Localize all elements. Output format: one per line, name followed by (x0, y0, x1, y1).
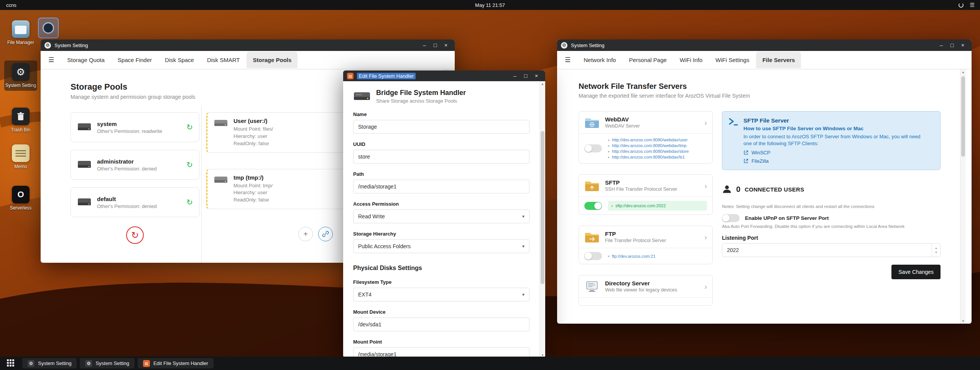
window-scrollbar[interactable]: ▲ ▼ (960, 69, 966, 324)
minimize-button[interactable]: – (510, 72, 520, 80)
sftp-link[interactable]: sftp://dev.arozos.com:2022 (615, 203, 666, 208)
window-titlebar[interactable]: ⚙ System Setting – □ × (41, 39, 455, 51)
memo-icon (12, 144, 30, 162)
spin-down-icon[interactable]: ▾ (935, 250, 937, 254)
sftp-info-subtitle: How to use SFTP File Server on Windows o… (743, 126, 927, 131)
webdav-card-header[interactable]: WebDAV WebDAV Server › (579, 111, 712, 133)
name-field[interactable] (353, 120, 529, 134)
ftp-card-header[interactable]: FTP File Transfer Protocol Server › (579, 226, 712, 248)
tab-file-servers[interactable]: File Servers (756, 52, 801, 68)
sidebar-menu-icon[interactable]: ☰ (562, 56, 577, 64)
minimize-button[interactable]: – (936, 41, 946, 49)
scroll-up-arrow[interactable]: ▲ (540, 81, 545, 87)
number-spinner[interactable]: ▴ ▾ (932, 244, 940, 257)
sync-icon[interactable]: ↻ (186, 123, 193, 132)
scroll-up-arrow[interactable]: ▲ (960, 69, 966, 75)
tab-wifi-settings[interactable]: WiFi Settings (709, 52, 755, 68)
selected-option: Read Write (358, 213, 385, 219)
scroll-down-arrow[interactable]: ▼ (960, 318, 966, 324)
task-item-system-setting-1[interactable]: ⚙ System Setting (22, 358, 77, 368)
desktop-icon-system-setting[interactable]: ⚙ System Setting (4, 61, 37, 91)
storage-hierarchy-select[interactable]: Public Access Folders ▾ (353, 239, 529, 253)
desktop-icon-selected[interactable] (38, 18, 59, 38)
file-servers-content: Network File Transfer Servers Manage the… (557, 69, 966, 324)
tab-storage-pools[interactable]: Storage Pools (247, 52, 298, 68)
sync-icon[interactable]: ↻ (186, 198, 193, 207)
upnp-description: Aka Auto Port Forwarding. Disable this o… (722, 224, 941, 229)
minimize-button[interactable]: – (419, 41, 429, 49)
filesystem-type-select[interactable]: EXT4 ▾ (353, 288, 529, 301)
spin-up-icon[interactable]: ▴ (935, 246, 937, 250)
ftp-toggle[interactable] (584, 252, 602, 260)
close-button[interactable]: × (441, 41, 451, 49)
maximize-button[interactable]: □ (521, 72, 531, 80)
listening-port-input[interactable] (722, 243, 941, 257)
sftp-toggle[interactable] (584, 202, 602, 210)
mount-readonly: ReadOnly: false (233, 140, 273, 147)
bullet-icon: ▸ (608, 156, 610, 159)
maximize-button[interactable]: □ (430, 41, 440, 49)
scrollbar-thumb[interactable] (961, 76, 965, 157)
sftp-card-header[interactable]: SFTP SSH File Transfer Protocol Server › (579, 175, 712, 196)
mount-point-field[interactable] (353, 347, 529, 358)
ftp-link[interactable]: ftp://dev.arozos.com:21 (612, 254, 656, 259)
bridge-handler-button[interactable] (318, 227, 333, 241)
webdav-link[interactable]: http://dev.arozos.com:8080/webdav/user (612, 138, 687, 142)
access-permission-select[interactable]: Read Write ▾ (353, 210, 529, 223)
topbar-menu[interactable]: ccns (0, 2, 23, 8)
selected-option: EXT4 (358, 291, 372, 298)
window-titlebar[interactable]: ▤ Edit File System Handler – □ × (343, 70, 545, 81)
save-changes-button[interactable]: Save Changes (891, 265, 941, 279)
uuid-field[interactable] (353, 150, 529, 164)
pool-card-administrator[interactable]: administrator Other's Permission: denied… (71, 150, 199, 180)
topbar-hamburger-icon[interactable]: ☰ (970, 2, 975, 8)
directory-server-icon (584, 280, 600, 293)
upnp-toggle[interactable] (722, 214, 740, 222)
bullet-icon: ▸ (608, 138, 610, 142)
sync-icon[interactable]: ↻ (186, 160, 193, 169)
tab-space-finder[interactable]: Space Finder (112, 52, 158, 68)
page-subtitle: Manage system and permission group stora… (71, 94, 195, 100)
tab-disk-smart[interactable]: Disk SMART (201, 52, 246, 68)
window-titlebar[interactable]: ⚙ System Setting – □ × (557, 39, 972, 51)
mount-device-field[interactable] (353, 318, 529, 331)
desktop-icon-file-manager[interactable]: File Manager (4, 18, 37, 48)
task-item-edit-fsh[interactable]: ▤ Edit File System Handler (138, 358, 214, 368)
tab-storage-quota[interactable]: Storage Quota (61, 52, 111, 68)
maximize-button[interactable]: □ (947, 41, 957, 49)
window-scrollbar[interactable]: ▲ ▼ (539, 81, 545, 358)
pool-card-default[interactable]: default Other's Permission: denied ↻ (71, 187, 199, 217)
close-button[interactable]: × (958, 41, 968, 49)
desktop-icon-memo[interactable]: Memo (4, 142, 37, 172)
pool-card-system[interactable]: system Other's Permission: readwrite ↻ (71, 112, 199, 142)
page-title: Storage Pools (71, 82, 195, 92)
field-label-mount-device: Mount Device (353, 309, 529, 315)
webdav-link[interactable]: http://dev.arozos.com:8080/webdav/tmp (612, 143, 686, 148)
filezilla-link[interactable]: FileZilla (751, 158, 769, 164)
desktop-icon-serverless[interactable]: O Serverless (4, 183, 37, 213)
app-launcher-icon[interactable] (7, 359, 15, 368)
pool-list: system Other's Permission: readwrite ↻ a… (71, 112, 199, 244)
webdav-toggle[interactable] (584, 144, 602, 152)
server-card-ftp: FTP File Transfer Protocol Server › ▸ftp… (579, 226, 713, 264)
drive-icon (77, 122, 92, 133)
winscp-link[interactable]: WinSCP (751, 150, 770, 156)
reload-pools-button[interactable]: ↻ (126, 226, 144, 244)
path-field[interactable] (353, 180, 529, 193)
tab-network-info[interactable]: Network Info (577, 52, 622, 68)
tab-wifi-info[interactable]: WiFi Info (674, 52, 709, 68)
webdav-link[interactable]: http://dev.arozos.com:8080/webdav/ls1 (612, 155, 685, 159)
directory-card-header[interactable]: Directory Server Web file viewer for leg… (579, 275, 712, 297)
tab-personal-page[interactable]: Personal Page (623, 52, 673, 68)
task-item-system-setting-2[interactable]: ⚙ System Setting (80, 358, 134, 368)
webdav-link[interactable]: http://dev.arozos.com:8080/webdav/store (612, 149, 689, 154)
loading-ring-icon[interactable] (959, 3, 964, 8)
drive-icon (77, 197, 92, 208)
desktop-icon-trash-bin[interactable]: Trash Bin (4, 105, 37, 135)
scrollbar-thumb[interactable] (541, 131, 544, 284)
add-handler-button[interactable]: + (298, 227, 313, 241)
close-button[interactable]: × (531, 72, 541, 80)
server-card-sftp: SFTP SSH File Transfer Protocol Server ›… (579, 174, 713, 215)
tab-disk-space[interactable]: Disk Space (159, 52, 200, 68)
sidebar-menu-icon[interactable]: ☰ (46, 56, 60, 64)
